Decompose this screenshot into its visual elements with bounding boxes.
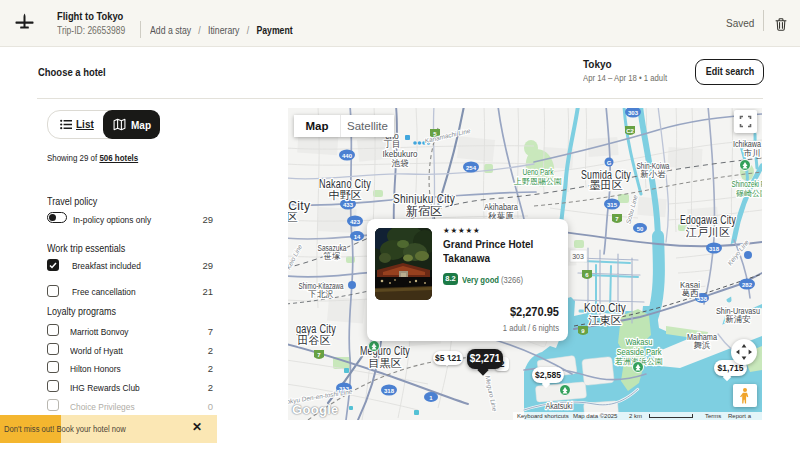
svg-text:Ueno Park: Ueno Park <box>523 167 555 177</box>
svg-text:丁目: 丁目 <box>384 139 401 149</box>
svg-text:池袋: 池袋 <box>392 158 410 168</box>
svg-text:葛西: 葛西 <box>682 288 700 298</box>
svg-text:Seaside Park: Seaside Park <box>617 346 662 357</box>
svg-text:墨田区: 墨田区 <box>590 179 623 191</box>
svg-text:篠崎公園: 篠崎公園 <box>736 189 762 198</box>
svg-text:338: 338 <box>697 296 708 302</box>
svg-text:Shinozeki Pa: Shinozeki Pa <box>732 179 763 189</box>
svg-text:303: 303 <box>572 253 584 260</box>
svg-text:315: 315 <box>607 202 618 208</box>
svg-text:下北沢: 下北沢 <box>307 289 334 299</box>
svg-text:市川: 市川 <box>744 148 761 158</box>
svg-text:Akatsuki: Akatsuki <box>546 401 573 411</box>
svg-text:50: 50 <box>637 226 644 232</box>
svg-text:江東区: 江東区 <box>588 314 622 326</box>
svg-text:田谷区: 田谷区 <box>298 334 331 346</box>
svg-text:318: 318 <box>709 246 720 252</box>
svg-text:440: 440 <box>342 153 353 159</box>
svg-text:舞浜: 舞浜 <box>694 340 712 350</box>
svg-text:423: 423 <box>350 219 361 225</box>
svg-text:318: 318 <box>384 388 395 394</box>
svg-text:江戸川区: 江戸川区 <box>685 226 730 238</box>
svg-text:Meguro City: Meguro City <box>360 344 410 358</box>
svg-text:C2: C2 <box>626 128 634 134</box>
svg-text:新浦安: 新浦安 <box>725 314 751 324</box>
svg-text:Koto City: Koto City <box>584 301 626 315</box>
svg-text:上野恩賜公園: 上野恩賜公園 <box>513 177 562 186</box>
svg-text:303: 303 <box>628 110 639 116</box>
svg-text:G: G <box>607 160 612 166</box>
svg-text:区: 区 <box>288 211 298 223</box>
svg-text:新宿区: 新宿区 <box>406 204 442 218</box>
svg-text:Edogawa City: Edogawa City <box>680 213 736 227</box>
svg-text:282: 282 <box>742 282 753 288</box>
svg-text:新小岩: 新小岩 <box>640 169 666 179</box>
svg-text:目黒区: 目黒区 <box>369 357 402 369</box>
svg-text:中野区: 中野区 <box>329 189 362 201</box>
svg-text:254: 254 <box>466 165 477 171</box>
svg-text:433: 433 <box>343 202 354 208</box>
svg-text:笹塚: 笹塚 <box>324 251 342 261</box>
svg-text:14: 14 <box>354 234 361 240</box>
